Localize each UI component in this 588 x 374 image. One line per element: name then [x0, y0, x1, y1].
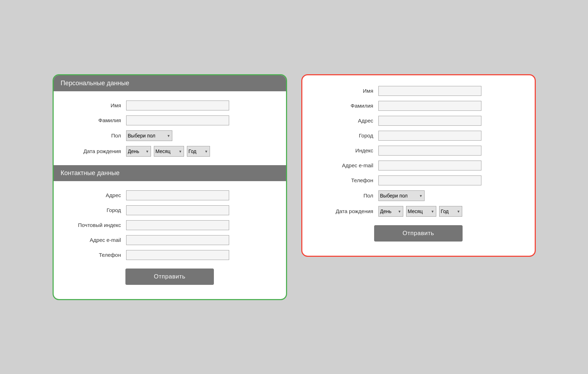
first-name-row-right: Имя: [313, 86, 524, 96]
phone-input-right[interactable]: [378, 175, 481, 185]
email-input-right[interactable]: [378, 161, 481, 170]
day-select-left[interactable]: День: [126, 146, 151, 157]
year-select-wrapper-right: Год: [439, 206, 462, 217]
postal-row-left: Почтовый индекс: [64, 220, 275, 230]
gender-select-left[interactable]: Выбери пол Мужской Женский: [126, 130, 172, 141]
dob-row-right: Дата рождения День Месяц Год: [313, 206, 524, 217]
email-input-left[interactable]: [126, 235, 229, 245]
date-group-right: День Месяц Год: [378, 206, 462, 217]
phone-label-left: Телефон: [64, 252, 121, 258]
city-input-left[interactable]: [126, 205, 229, 215]
address-label-right: Адрес: [313, 118, 373, 124]
gender-select-wrapper-right: Выбери пол Мужской Женский: [378, 190, 425, 201]
year-select-right[interactable]: Год: [439, 206, 462, 217]
first-name-label: Имя: [64, 102, 121, 108]
right-form-card: Имя Фамилия Адрес Город Индекс Адрес e-m: [301, 74, 536, 257]
last-name-row-right: Фамилия: [313, 101, 524, 111]
postal-label-right: Индекс: [313, 147, 373, 153]
submit-button-right[interactable]: Отправить: [374, 225, 463, 242]
month-select-right[interactable]: Месяц: [406, 206, 436, 217]
last-name-input-right[interactable]: [378, 101, 481, 111]
postal-input-left[interactable]: [126, 220, 229, 230]
address-input-right[interactable]: [378, 116, 481, 126]
gender-row-right: Пол Выбери пол Мужской Женский: [313, 190, 524, 201]
date-group-left: День Месяц Год: [126, 146, 210, 157]
city-label-left: Город: [64, 207, 121, 213]
dob-label-right: Дата рождения: [313, 208, 373, 214]
email-label-right: Адрес e-mail: [313, 162, 373, 168]
gender-label: Пол: [64, 132, 121, 139]
email-row-left: Адрес e-mail: [64, 235, 275, 245]
dob-label: Дата рождения: [64, 148, 121, 154]
contact-section-header: Контактные данные: [54, 165, 286, 181]
gender-select-wrapper: Выбери пол Мужской Женский: [126, 130, 172, 141]
phone-label-right: Телефон: [313, 177, 373, 183]
year-select-left[interactable]: Год: [187, 146, 210, 157]
gender-label-right: Пол: [313, 193, 373, 199]
first-name-input-left[interactable]: [126, 101, 229, 110]
page-container: Персональные данные Имя Фамилия Пол Выбе…: [10, 74, 578, 300]
right-form-body: Имя Фамилия Адрес Город Индекс Адрес e-m: [302, 75, 535, 245]
first-name-row: Имя: [64, 101, 275, 110]
phone-input-left[interactable]: [126, 250, 229, 260]
month-select-left[interactable]: Месяц: [154, 146, 184, 157]
left-form-card: Персональные данные Имя Фамилия Пол Выбе…: [53, 74, 287, 300]
last-name-row: Фамилия: [64, 115, 275, 125]
dob-row: Дата рождения День Месяц Год: [64, 146, 275, 157]
postal-row-right: Индекс: [313, 146, 524, 156]
personal-section-header: Персональные данные: [54, 75, 286, 91]
city-input-right[interactable]: [378, 131, 481, 141]
year-select-wrapper: Год: [187, 146, 210, 157]
month-select-wrapper-right: Месяц: [406, 206, 436, 217]
last-name-label: Фамилия: [64, 117, 121, 123]
city-row-left: Город: [64, 205, 275, 215]
email-label-left: Адрес e-mail: [64, 237, 121, 243]
address-label-left: Адрес: [64, 192, 121, 198]
email-row-right: Адрес e-mail: [313, 161, 524, 170]
address-row-right: Адрес: [313, 116, 524, 126]
postal-input-right[interactable]: [378, 146, 481, 156]
last-name-input-left[interactable]: [126, 115, 229, 125]
last-name-label-right: Фамилия: [313, 103, 373, 109]
city-row-right: Город: [313, 131, 524, 141]
day-select-right[interactable]: День: [378, 206, 403, 217]
personal-section-body: Имя Фамилия Пол Выбери пол Мужской Женск…: [54, 97, 286, 165]
day-select-wrapper-right: День: [378, 206, 403, 217]
phone-row-right: Телефон: [313, 175, 524, 185]
month-select-wrapper: Месяц: [154, 146, 184, 157]
phone-row-left: Телефон: [64, 250, 275, 260]
submit-button-left[interactable]: Отправить: [125, 269, 214, 285]
contact-section-body: Адрес Город Почтовый индекс Адрес e-mail…: [54, 187, 286, 288]
gender-row: Пол Выбери пол Мужской Женский: [64, 130, 275, 141]
postal-label-left: Почтовый индекс: [64, 222, 121, 228]
first-name-input-right[interactable]: [378, 86, 481, 96]
day-select-wrapper: День: [126, 146, 151, 157]
first-name-label-right: Имя: [313, 88, 373, 94]
address-row-left: Адрес: [64, 190, 275, 200]
city-label-right: Город: [313, 132, 373, 139]
address-input-left[interactable]: [126, 190, 229, 200]
gender-select-right[interactable]: Выбери пол Мужской Женский: [378, 190, 425, 201]
